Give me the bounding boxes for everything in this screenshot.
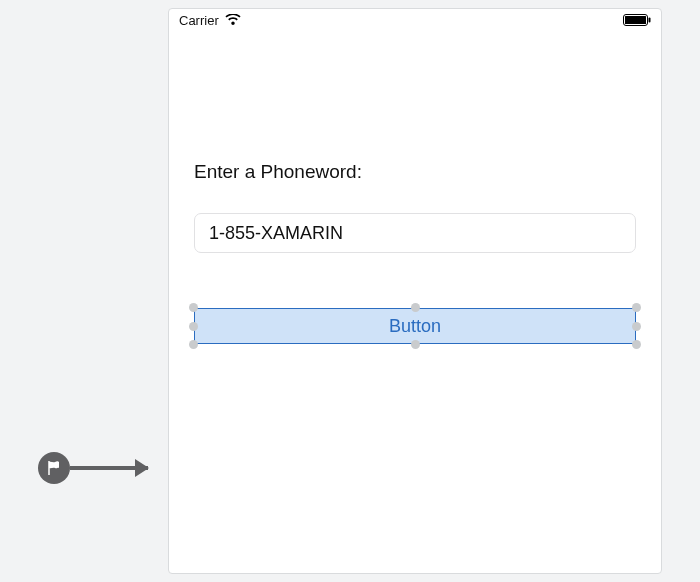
button-selection-wrap: Button [194,308,636,344]
wifi-icon [225,14,241,26]
status-bar: Carrier [169,9,661,31]
status-bar-left: Carrier [179,13,241,28]
phoneword-label: Enter a Phoneword: [194,161,636,183]
battery-icon [623,14,651,26]
translate-button[interactable]: Button [194,308,636,344]
selection-handle-icon[interactable] [189,322,198,331]
arrow-icon [70,466,148,470]
phoneword-input[interactable] [194,213,636,253]
carrier-label: Carrier [179,13,219,28]
svg-rect-2 [649,18,651,23]
selection-handle-icon[interactable] [632,340,641,349]
selection-handle-icon[interactable] [632,322,641,331]
selection-handle-icon[interactable] [411,340,420,349]
content-area: Enter a Phoneword: Button [169,31,661,344]
selection-handle-icon[interactable] [411,303,420,312]
svg-rect-1 [625,16,646,24]
flag-icon [38,452,70,484]
selection-handle-icon[interactable] [189,340,198,349]
selection-handle-icon[interactable] [189,303,198,312]
simulator-frame: Carrier Enter a Phoneword: Button [168,8,662,574]
selection-handle-icon[interactable] [632,303,641,312]
